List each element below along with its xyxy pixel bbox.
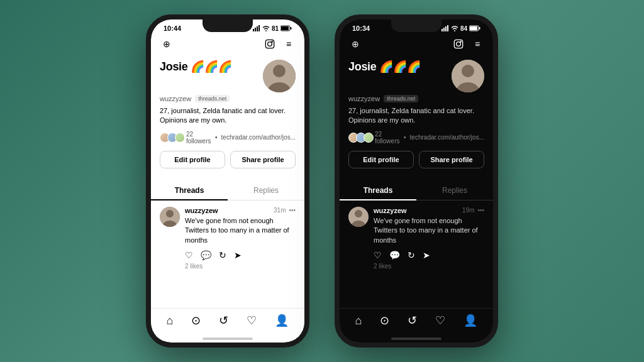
- dark-followers-link: techradar.com/author/jos...: [410, 134, 484, 141]
- likes-icon[interactable]: ♡: [247, 314, 257, 327]
- svg-point-12: [273, 65, 286, 77]
- profile-buttons: Edit profile Share profile: [160, 151, 296, 168]
- post-text: We've gone from not enough Twitters to t…: [185, 216, 296, 245]
- dark-thread-post: wuzzyzew 19m ••• We've gone from not eno…: [340, 200, 493, 276]
- profile-name: Josie 🌈🌈🌈: [160, 60, 231, 74]
- svg-point-4: [265, 30, 267, 31]
- status-icons: 81: [253, 25, 292, 32]
- dark-post-time: 19m: [462, 207, 474, 214]
- username: wuzzyzew: [160, 95, 191, 102]
- menu-icon[interactable]: ≡: [282, 37, 296, 51]
- dark-notch: [391, 19, 441, 32]
- dark-battery-label: 84: [460, 25, 467, 32]
- tab-replies[interactable]: Replies: [228, 181, 304, 200]
- dark-comment-icon[interactable]: 💬: [389, 250, 400, 260]
- dark-followers-count: 22 followers: [375, 131, 400, 145]
- dark-profile-buttons: Edit profile Share profile: [348, 151, 484, 168]
- post-header: wuzzyzew 31m •••: [185, 207, 296, 214]
- dark-username: wuzzyzew: [348, 95, 380, 102]
- share-icon[interactable]: ➤: [234, 250, 242, 260]
- profile-avatar: [263, 60, 296, 92]
- post-actions: ♡ 💬 ↻ ➤: [185, 250, 296, 260]
- dark-signal-icon: [441, 25, 449, 31]
- battery-label: 81: [272, 25, 279, 32]
- dark-post-username: wuzzyzew: [374, 207, 407, 214]
- follower-avatar-3: [175, 133, 185, 143]
- post-content: wuzzyzew 31m ••• We've gone from not eno…: [185, 207, 296, 270]
- dark-globe-icon[interactable]: ⊕: [348, 37, 362, 51]
- battery-icon: [280, 25, 292, 31]
- home-bar: [203, 337, 253, 340]
- threads-badge: threads.net: [195, 95, 230, 102]
- avatar-image: [263, 60, 296, 92]
- tabs: Threads Replies: [151, 181, 304, 200]
- like-icon[interactable]: ♡: [185, 250, 193, 260]
- svg-rect-3: [258, 25, 260, 31]
- share-profile-button[interactable]: Share profile: [230, 151, 296, 168]
- post-avatar: [160, 207, 180, 227]
- instagram-icon[interactable]: [263, 37, 277, 51]
- post-time: 31m: [274, 207, 286, 214]
- repost-icon[interactable]: ↻: [219, 250, 226, 260]
- dark-home-icon[interactable]: ⌂: [355, 314, 362, 327]
- dark-repost-icon[interactable]: ↻: [408, 250, 415, 260]
- svg-rect-20: [447, 25, 448, 31]
- dark-likes-icon[interactable]: ♡: [435, 314, 445, 327]
- top-nav: ⊕ ≡: [151, 33, 304, 55]
- dark-share-icon[interactable]: ➤: [423, 250, 430, 260]
- edit-profile-button[interactable]: Edit profile: [160, 151, 225, 168]
- dark-status-icons: 84: [441, 25, 480, 32]
- dark-menu-icon[interactable]: ≡: [470, 37, 484, 51]
- dark-phone-frame: 10:34 84: [335, 14, 498, 348]
- dark-instagram-icon[interactable]: [452, 37, 465, 51]
- dark-tab-threads[interactable]: Threads: [340, 181, 416, 200]
- dark-profile-info: Josie 🌈🌈🌈: [348, 60, 420, 74]
- profile-section: Josie 🌈🌈🌈 wuzzyzew: [151, 55, 304, 175]
- wifi-icon: [262, 25, 270, 31]
- dark-wifi-icon: [451, 25, 458, 31]
- dark-tab-replies[interactable]: Replies: [416, 181, 493, 200]
- svg-point-15: [166, 210, 174, 217]
- svg-rect-23: [479, 27, 480, 30]
- comment-icon[interactable]: 💬: [201, 250, 211, 260]
- followers-link: techradar.com/author/jos...: [221, 134, 296, 141]
- dark-more-icon[interactable]: •••: [477, 207, 484, 214]
- dark-avatar-image: [452, 60, 484, 92]
- dark-search-bottom-icon[interactable]: ⊙: [380, 314, 389, 327]
- bio: 27, journalist, Zelda fanatic and cat lo…: [160, 106, 296, 126]
- svg-rect-8: [265, 40, 274, 48]
- svg-rect-19: [445, 26, 447, 31]
- post-likes: 2 likes: [185, 263, 296, 270]
- svg-rect-18: [443, 28, 445, 31]
- dark-followers-row: 22 followers • techradar.com/author/jos.…: [348, 131, 484, 145]
- dark-profile-header: Josie 🌈🌈🌈: [348, 60, 484, 92]
- dark-like-icon[interactable]: ♡: [374, 250, 382, 260]
- home-icon[interactable]: ⌂: [167, 314, 174, 327]
- svg-rect-25: [454, 40, 462, 48]
- activity-icon[interactable]: ↺: [219, 314, 228, 327]
- follower-avatars: [160, 133, 182, 143]
- svg-rect-7: [281, 26, 289, 30]
- svg-rect-24: [470, 26, 477, 30]
- search-bottom-icon[interactable]: ⊙: [191, 314, 201, 327]
- svg-point-29: [462, 65, 474, 77]
- dark-bottom-nav: ⌂ ⊙ ↺ ♡ 👤: [340, 308, 493, 337]
- profile-icon[interactable]: 👤: [275, 314, 289, 327]
- dark-post-actions: ♡ 💬 ↻ ➤: [374, 250, 484, 260]
- dark-edit-profile-button[interactable]: Edit profile: [348, 151, 414, 168]
- globe-icon[interactable]: ⊕: [160, 37, 174, 51]
- dark-top-nav: ⊕ ≡: [340, 33, 493, 55]
- svg-point-26: [457, 42, 461, 47]
- dark-profile-avatar: [452, 60, 484, 92]
- tab-threads[interactable]: Threads: [151, 181, 228, 200]
- svg-point-27: [460, 41, 461, 42]
- bottom-nav: ⌂ ⊙ ↺ ♡ 👤: [151, 308, 304, 337]
- dark-profile-icon[interactable]: 👤: [464, 314, 477, 327]
- dark-post-meta: 19m •••: [462, 207, 484, 214]
- dark-share-profile-button[interactable]: Share profile: [419, 151, 484, 168]
- more-icon[interactable]: •••: [289, 207, 296, 214]
- dark-post-header: wuzzyzew 19m •••: [374, 207, 484, 214]
- post-meta: 31m •••: [274, 207, 296, 214]
- dark-activity-icon[interactable]: ↺: [408, 314, 417, 327]
- followers-count: 22 followers: [186, 131, 211, 145]
